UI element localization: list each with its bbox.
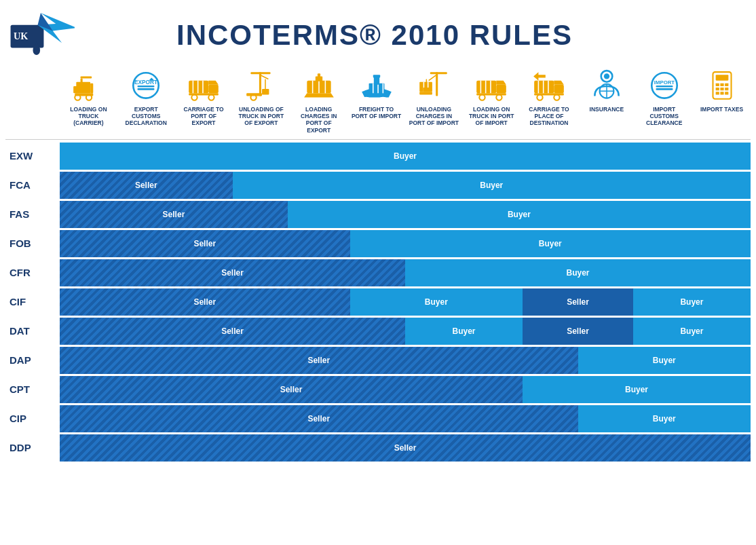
svg-marker-68 [554,81,564,85]
icon-col-unloading-truck-port-export: UNLOADING OF TRUCK IN PORT OF EXPORT [232,65,290,136]
bar-segment-seller-hatched: Seller [60,288,350,316]
bar-container-fob: SellerBuyer [60,230,751,257]
bar-segment-seller-hatched: Seller [60,376,523,403]
bar-segment-buyer-solid: Buyer [405,259,751,286]
svg-point-61 [480,95,485,100]
separator [5,139,751,140]
freight-port-import-icon [359,68,394,103]
table-row: CIFSellerBuyerSellerBuyer [5,288,751,316]
insurance-icon [589,68,624,103]
svg-rect-53 [430,72,447,74]
svg-rect-8 [91,83,94,94]
term-code-ddp: DDP [5,434,60,462]
bar-segment-buyer-solid: Buyer [233,172,751,199]
icon-col-import-customs: IMPORT IMPORT CUSTOMS CLEARANCE [635,65,693,136]
svg-marker-75 [533,72,546,80]
svg-rect-6 [77,82,91,94]
page: UK INCOTERMS® 2010 RULES [0,0,756,462]
svg-rect-67 [554,85,564,93]
bar-container-dat: SellerBuyerSellerBuyer [60,318,751,345]
svg-rect-16 [138,86,155,88]
svg-rect-32 [262,89,269,94]
table-row: CIPSellerBuyer [5,405,751,432]
svg-rect-58 [496,85,506,93]
term-code-exw: EXW [5,143,60,170]
icon-col-export-customs: EXPORT EXPORT CUSTOMS DECLARATION [117,65,175,136]
import-taxes-icon [704,68,740,103]
svg-point-70 [537,95,542,100]
header: UK INCOTERMS® 2010 RULES [0,0,756,64]
bar-container-cif: SellerBuyerSellerBuyer [60,288,751,316]
svg-text:UK: UK [14,31,28,41]
table-section: EXWBuyerFCASellerBuyerFASSellerBuyerFOBS… [5,143,751,462]
icons-container: LOADING ON TRUCK (CARRIER) EXPORT EXPORT… [60,65,751,136]
icon-label-loading-charges-port-export: LOADING CHARGES IN PORT OF EXPORT [293,106,344,134]
table-row: FOBSellerBuyer [5,230,751,257]
icon-label-loading-truck-port-import: LOADING ON TRUCK IN PORT OF IMPORT [466,106,517,127]
svg-rect-34 [246,93,262,96]
bar-container-ddp: Seller [60,434,751,462]
icons-row: LOADING ON TRUCK (CARRIER) EXPORT EXPORT… [0,65,756,136]
icon-col-unloading-charges-port-import: UNLOADING CHARGES IN PORT OF IMPORT [405,65,463,136]
import-customs-icon: IMPORT [647,68,682,103]
table-row: CPTSellerBuyer [5,376,751,403]
icon-label-carriage-port-export: CARRIAGE TO PORT OF EXPORT [178,106,229,127]
bar-segment-buyer-solid: Buyer [350,288,523,316]
svg-text:IMPORT: IMPORT [654,79,675,86]
svg-rect-40 [316,76,322,81]
icon-label-insurance: INSURANCE [590,106,624,113]
term-code-fas: FAS [5,201,60,228]
svg-rect-84 [656,88,673,90]
bar-segment-seller-hatched: Seller [60,230,350,257]
svg-rect-90 [715,88,719,90]
svg-rect-13 [81,79,83,90]
svg-rect-56 [423,88,430,92]
svg-rect-92 [725,88,728,90]
term-code-cif: CIF [5,288,60,316]
icon-label-import-customs: IMPORT CUSTOMS CLEARANCE [639,106,689,127]
bar-segment-buyer-solid: Buyer [523,376,751,403]
bar-segment-buyer-solid: Buyer [633,288,751,316]
bar-segment-seller-hatched: Seller [60,434,751,462]
bar-segment-buyer-solid: Buyer [350,230,751,257]
table-row: DAPSellerBuyer [5,347,751,374]
bar-segment-buyer-solid: Buyer [60,143,751,170]
svg-rect-55 [426,79,428,88]
carriage-destination-icon [531,68,567,103]
svg-line-54 [429,75,436,80]
icon-col-carriage-destination: CARRIAGE TO PLACE OF DESTINATION [521,65,578,136]
export-customs-icon: EXPORT [128,68,164,103]
icon-col-freight-port-import: FREIGHT TO PORT OF IMPORT [347,65,405,136]
bar-container-cfr: SellerBuyer [60,259,751,286]
icon-col-insurance: INSURANCE [578,65,635,136]
bar-container-fca: SellerBuyer [60,172,751,199]
bar-segment-seller-hatched: Seller [60,201,288,228]
svg-rect-19 [189,81,208,94]
term-code-dat: DAT [5,318,60,345]
bar-segment-seller-hatched: Seller [60,259,405,286]
svg-text:EXPORT: EXPORT [134,79,157,86]
bar-segment-seller-hatched: Seller [60,318,405,345]
icon-col-import-taxes: IMPORT TAXES [693,65,751,136]
svg-rect-31 [265,79,266,90]
svg-point-23 [191,95,197,100]
term-code-cip: CIP [5,405,60,432]
icon-label-unloading-charges-port-import: UNLOADING CHARGES IN PORT OF IMPORT [409,106,459,127]
table-row: DATSellerBuyerSellerBuyer [5,318,751,345]
svg-point-62 [496,95,502,100]
svg-rect-29 [250,72,270,74]
icon-col-loading-truck-port-import: LOADING ON TRUCK IN PORT OF IMPORT [463,65,521,136]
bar-segment-seller-hatched: Seller [60,172,233,199]
page-title: INCOTERMS® 2010 RULES [81,19,668,52]
svg-point-77 [604,73,609,79]
uk-logo: UK [7,7,75,61]
table-row: FASSellerBuyer [5,201,751,228]
loading-charges-port-export-icon [301,68,337,103]
svg-rect-20 [208,85,219,93]
svg-point-24 [208,95,214,100]
bar-container-dap: SellerBuyer [60,347,751,374]
bar-segment-buyer-solid: Buyer [578,405,751,432]
term-code-fca: FCA [5,172,60,199]
bar-segment-seller-hatched: Seller [60,347,578,374]
svg-rect-94 [720,92,723,94]
